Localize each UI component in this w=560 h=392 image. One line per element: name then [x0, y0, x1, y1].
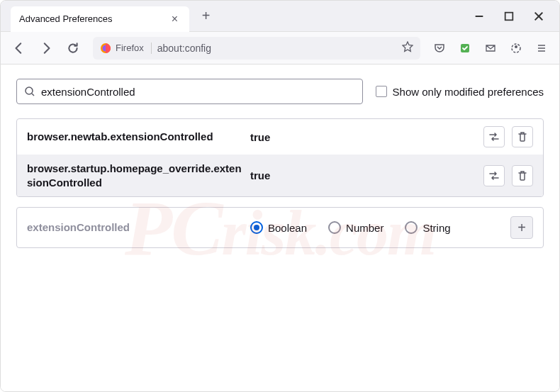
radio-boolean[interactable]: Boolean	[250, 221, 307, 234]
pref-name: browser.newtab.extensionControlled	[27, 130, 243, 144]
reload-button[interactable]	[62, 37, 84, 60]
toggle-button[interactable]	[483, 165, 505, 186]
radio-number[interactable]: Number	[328, 221, 383, 234]
account-icon[interactable]	[505, 38, 527, 59]
toggle-button[interactable]	[483, 126, 505, 147]
extension-icon[interactable]	[454, 38, 476, 59]
url-bar[interactable]: Firefox about:config	[93, 37, 420, 60]
checkbox-icon	[376, 86, 387, 97]
radio-label: Number	[346, 222, 383, 234]
svg-rect-1	[505, 12, 513, 20]
checkbox-label: Show only modified preferences	[393, 86, 544, 98]
pref-row: browser.newtab.extensionControlled true	[17, 119, 543, 155]
pref-value: true	[250, 169, 476, 181]
new-pref-name: extensionControlled	[27, 221, 130, 233]
back-button[interactable]	[8, 37, 30, 60]
search-input[interactable]	[41, 86, 355, 98]
new-tab-button[interactable]: +	[196, 6, 216, 26]
preferences-table: browser.newtab.extensionControlled true …	[16, 118, 544, 197]
search-box[interactable]	[16, 79, 363, 104]
radio-label: Boolean	[268, 222, 307, 234]
forward-button[interactable]	[35, 37, 57, 60]
show-modified-checkbox[interactable]: Show only modified preferences	[376, 86, 544, 98]
radio-icon	[328, 221, 341, 234]
mail-icon[interactable]	[480, 38, 501, 59]
maximize-button[interactable]	[503, 10, 515, 23]
radio-label: String	[422, 222, 450, 234]
radio-icon	[250, 221, 263, 234]
delete-button[interactable]	[512, 165, 533, 186]
identity-box[interactable]: Firefox	[100, 43, 152, 54]
menu-button[interactable]	[531, 38, 552, 59]
svg-point-8	[515, 45, 517, 48]
delete-button[interactable]	[512, 126, 533, 147]
pref-value: true	[250, 131, 476, 143]
tab-title: Advanced Preferences	[19, 13, 113, 24]
minimize-button[interactable]	[473, 10, 486, 23]
navbar: Firefox about:config	[1, 32, 559, 65]
pref-row: browser.startup.homepage_override.extens…	[17, 155, 543, 196]
add-button[interactable]: +	[510, 216, 533, 239]
radio-icon	[405, 221, 418, 234]
pref-name: browser.startup.homepage_override.extens…	[27, 162, 243, 189]
pocket-icon[interactable]	[429, 38, 450, 59]
page-content: PCrisk.com Show only modified preference…	[1, 65, 559, 391]
url-text[interactable]: about:config	[157, 43, 396, 54]
radio-string[interactable]: String	[405, 221, 450, 234]
type-radio-group: Boolean Number String	[250, 221, 503, 234]
svg-point-12	[26, 87, 33, 94]
close-window-button[interactable]	[532, 10, 545, 23]
close-tab-icon[interactable]: ×	[169, 13, 181, 25]
search-icon	[24, 86, 35, 97]
svg-line-13	[32, 94, 34, 96]
bookmark-star-icon[interactable]	[402, 41, 413, 55]
identity-label: Firefox	[116, 43, 144, 53]
browser-tab[interactable]: Advanced Preferences ×	[11, 6, 189, 32]
firefox-icon	[100, 43, 111, 54]
new-preference-row: extensionControlled Boolean Number Strin…	[16, 207, 544, 248]
titlebar: Advanced Preferences × +	[1, 1, 559, 32]
